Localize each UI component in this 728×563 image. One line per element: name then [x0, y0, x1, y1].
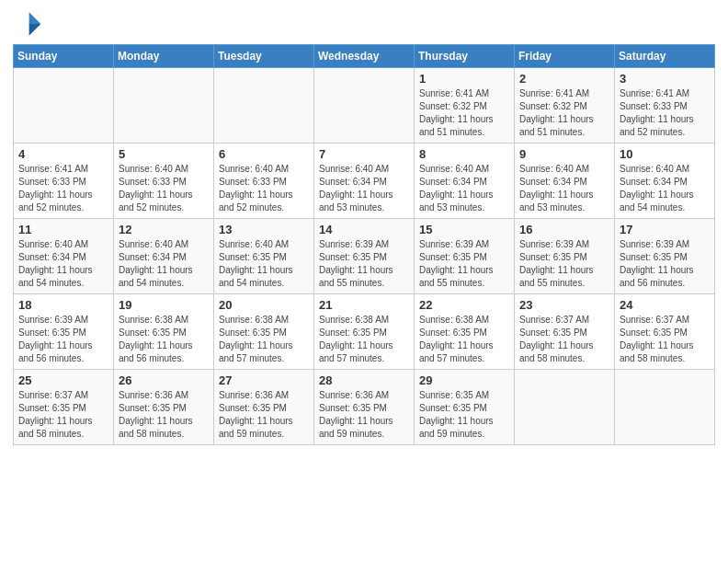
- day-number: 23: [519, 298, 609, 312]
- day-info: Sunrise: 6:36 AM Sunset: 6:35 PM Dayligh…: [319, 389, 409, 441]
- day-number: 18: [18, 298, 108, 312]
- weekday-header: Saturday: [615, 45, 715, 68]
- calendar-day-cell: [515, 370, 615, 445]
- day-number: 6: [219, 147, 309, 161]
- day-info: Sunrise: 6:40 AM Sunset: 6:33 PM Dayligh…: [219, 163, 309, 214]
- logo-icon: [13, 9, 42, 39]
- day-info: Sunrise: 6:41 AM Sunset: 6:33 PM Dayligh…: [620, 87, 710, 139]
- calendar-week-row: 25Sunrise: 6:37 AM Sunset: 6:35 PM Dayli…: [14, 370, 715, 445]
- day-info: Sunrise: 6:36 AM Sunset: 6:35 PM Dayligh…: [219, 389, 309, 441]
- day-number: 10: [620, 147, 710, 161]
- calendar-day-cell: 26Sunrise: 6:36 AM Sunset: 6:35 PM Dayli…: [114, 370, 214, 445]
- calendar-day-cell: [314, 68, 415, 144]
- day-number: 3: [620, 72, 710, 86]
- calendar-day-cell: 4Sunrise: 6:41 AM Sunset: 6:33 PM Daylig…: [14, 144, 114, 219]
- day-number: 8: [419, 147, 509, 161]
- day-number: 9: [519, 147, 609, 161]
- day-number: 7: [319, 147, 409, 161]
- calendar-day-cell: 3Sunrise: 6:41 AM Sunset: 6:33 PM Daylig…: [615, 68, 715, 144]
- day-info: Sunrise: 6:37 AM Sunset: 6:35 PM Dayligh…: [18, 389, 108, 441]
- day-number: 26: [119, 373, 209, 387]
- calendar-week-row: 18Sunrise: 6:39 AM Sunset: 6:35 PM Dayli…: [14, 294, 715, 370]
- calendar-body: 1Sunrise: 6:41 AM Sunset: 6:32 PM Daylig…: [14, 68, 715, 445]
- day-info: Sunrise: 6:39 AM Sunset: 6:35 PM Dayligh…: [319, 238, 409, 290]
- day-number: 13: [219, 223, 309, 236]
- day-info: Sunrise: 6:41 AM Sunset: 6:32 PM Dayligh…: [419, 87, 509, 139]
- weekday-row: SundayMondayTuesdayWednesdayThursdayFrid…: [14, 45, 715, 68]
- day-info: Sunrise: 6:40 AM Sunset: 6:34 PM Dayligh…: [519, 163, 609, 214]
- day-info: Sunrise: 6:38 AM Sunset: 6:35 PM Dayligh…: [219, 314, 309, 365]
- day-number: 16: [519, 223, 609, 236]
- day-number: 27: [219, 373, 309, 387]
- day-number: 15: [419, 223, 509, 236]
- day-info: Sunrise: 6:40 AM Sunset: 6:34 PM Dayligh…: [319, 163, 409, 214]
- calendar-table: SundayMondayTuesdayWednesdayThursdayFrid…: [13, 44, 715, 445]
- calendar-day-cell: 9Sunrise: 6:40 AM Sunset: 6:34 PM Daylig…: [515, 144, 615, 219]
- day-info: Sunrise: 6:40 AM Sunset: 6:34 PM Dayligh…: [419, 163, 509, 214]
- calendar-day-cell: 1Sunrise: 6:41 AM Sunset: 6:32 PM Daylig…: [415, 68, 515, 144]
- day-number: 20: [219, 298, 309, 312]
- day-number: 12: [119, 223, 209, 236]
- calendar-day-cell: 11Sunrise: 6:40 AM Sunset: 6:34 PM Dayli…: [14, 219, 114, 294]
- weekday-header: Sunday: [14, 45, 114, 68]
- day-number: 5: [119, 147, 209, 161]
- day-info: Sunrise: 6:40 AM Sunset: 6:34 PM Dayligh…: [620, 163, 710, 214]
- calendar-day-cell: 22Sunrise: 6:38 AM Sunset: 6:35 PM Dayli…: [415, 294, 515, 370]
- calendar-day-cell: 6Sunrise: 6:40 AM Sunset: 6:33 PM Daylig…: [214, 144, 314, 219]
- calendar-day-cell: 25Sunrise: 6:37 AM Sunset: 6:35 PM Dayli…: [14, 370, 114, 445]
- calendar-day-cell: 15Sunrise: 6:39 AM Sunset: 6:35 PM Dayli…: [415, 219, 515, 294]
- calendar-day-cell: 5Sunrise: 6:40 AM Sunset: 6:33 PM Daylig…: [114, 144, 214, 219]
- day-number: 25: [18, 373, 108, 387]
- day-info: Sunrise: 6:40 AM Sunset: 6:35 PM Dayligh…: [219, 238, 309, 290]
- calendar-day-cell: 16Sunrise: 6:39 AM Sunset: 6:35 PM Dayli…: [515, 219, 615, 294]
- calendar-day-cell: 18Sunrise: 6:39 AM Sunset: 6:35 PM Dayli…: [14, 294, 114, 370]
- calendar-day-cell: 10Sunrise: 6:40 AM Sunset: 6:34 PM Dayli…: [615, 144, 715, 219]
- day-info: Sunrise: 6:38 AM Sunset: 6:35 PM Dayligh…: [119, 314, 209, 365]
- calendar-day-cell: 8Sunrise: 6:40 AM Sunset: 6:34 PM Daylig…: [415, 144, 515, 219]
- day-info: Sunrise: 6:37 AM Sunset: 6:35 PM Dayligh…: [620, 314, 710, 365]
- day-info: Sunrise: 6:41 AM Sunset: 6:32 PM Dayligh…: [519, 87, 609, 139]
- day-info: Sunrise: 6:38 AM Sunset: 6:35 PM Dayligh…: [419, 314, 509, 365]
- header: [13, 9, 715, 39]
- calendar-day-cell: 19Sunrise: 6:38 AM Sunset: 6:35 PM Dayli…: [114, 294, 214, 370]
- day-info: Sunrise: 6:39 AM Sunset: 6:35 PM Dayligh…: [519, 238, 609, 290]
- day-info: Sunrise: 6:41 AM Sunset: 6:33 PM Dayligh…: [18, 163, 108, 214]
- day-number: 1: [419, 72, 509, 86]
- day-number: 17: [620, 223, 710, 236]
- calendar-day-cell: [214, 68, 314, 144]
- day-number: 22: [419, 298, 509, 312]
- day-info: Sunrise: 6:39 AM Sunset: 6:35 PM Dayligh…: [419, 238, 509, 290]
- day-info: Sunrise: 6:37 AM Sunset: 6:35 PM Dayligh…: [519, 314, 609, 365]
- calendar-week-row: 11Sunrise: 6:40 AM Sunset: 6:34 PM Dayli…: [14, 219, 715, 294]
- day-info: Sunrise: 6:39 AM Sunset: 6:35 PM Dayligh…: [620, 238, 710, 290]
- calendar-day-cell: 23Sunrise: 6:37 AM Sunset: 6:35 PM Dayli…: [515, 294, 615, 370]
- calendar-day-cell: [615, 370, 715, 445]
- page: SundayMondayTuesdayWednesdayThursdayFrid…: [0, 0, 728, 563]
- logo: [13, 9, 46, 39]
- calendar-day-cell: 24Sunrise: 6:37 AM Sunset: 6:35 PM Dayli…: [615, 294, 715, 370]
- calendar-day-cell: 7Sunrise: 6:40 AM Sunset: 6:34 PM Daylig…: [314, 144, 415, 219]
- svg-marker-1: [29, 24, 41, 36]
- calendar-day-cell: [14, 68, 114, 144]
- day-number: 29: [419, 373, 509, 387]
- calendar-week-row: 1Sunrise: 6:41 AM Sunset: 6:32 PM Daylig…: [14, 68, 715, 144]
- day-info: Sunrise: 6:40 AM Sunset: 6:34 PM Dayligh…: [119, 238, 209, 290]
- day-number: 4: [18, 147, 108, 161]
- day-number: 14: [319, 223, 409, 236]
- calendar-day-cell: 17Sunrise: 6:39 AM Sunset: 6:35 PM Dayli…: [615, 219, 715, 294]
- day-info: Sunrise: 6:35 AM Sunset: 6:35 PM Dayligh…: [419, 389, 509, 441]
- calendar-day-cell: 12Sunrise: 6:40 AM Sunset: 6:34 PM Dayli…: [114, 219, 214, 294]
- calendar-day-cell: 14Sunrise: 6:39 AM Sunset: 6:35 PM Dayli…: [314, 219, 415, 294]
- day-number: 19: [119, 298, 209, 312]
- day-number: 21: [319, 298, 409, 312]
- weekday-header: Monday: [114, 45, 214, 68]
- svg-marker-0: [29, 12, 41, 24]
- calendar-day-cell: 13Sunrise: 6:40 AM Sunset: 6:35 PM Dayli…: [214, 219, 314, 294]
- calendar-day-cell: [114, 68, 214, 144]
- calendar-day-cell: 21Sunrise: 6:38 AM Sunset: 6:35 PM Dayli…: [314, 294, 415, 370]
- day-info: Sunrise: 6:36 AM Sunset: 6:35 PM Dayligh…: [119, 389, 209, 441]
- weekday-header: Tuesday: [214, 45, 314, 68]
- day-number: 28: [319, 373, 409, 387]
- weekday-header: Thursday: [415, 45, 515, 68]
- calendar-day-cell: 20Sunrise: 6:38 AM Sunset: 6:35 PM Dayli…: [214, 294, 314, 370]
